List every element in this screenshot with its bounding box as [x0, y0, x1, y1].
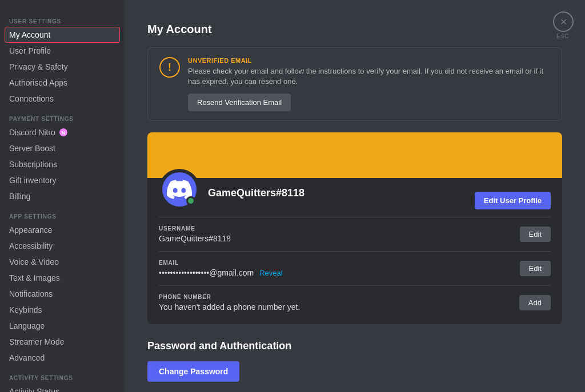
sidebar-item-subscriptions[interactable]: Subscriptions: [5, 156, 120, 172]
payment-settings-label: PAYMENT SETTINGS: [5, 107, 120, 124]
sidebar-item-label-notifications: Notifications: [9, 289, 53, 298]
sidebar-item-label-text-images: Text & Images: [9, 273, 60, 282]
sidebar-item-label-keybinds: Keybinds: [9, 305, 42, 314]
password-auth-section: Password and Authentication Change Passw…: [147, 340, 562, 392]
phone-label: PHONE NUMBER: [159, 294, 300, 300]
unverified-email-banner: ! UNVERIFIED EMAIL Please check your ema…: [147, 47, 562, 121]
online-indicator: [186, 196, 195, 205]
username-value: GameQuitters#8118: [159, 234, 231, 243]
sidebar-item-label-my-account: My Account: [9, 30, 50, 39]
sidebar-item-authorised-apps[interactable]: Authorised Apps: [5, 75, 120, 91]
profile-banner: [147, 132, 562, 178]
sidebar-item-gift-inventory[interactable]: Gift inventory: [5, 172, 120, 188]
sidebar-item-label-accessibility: Accessibility: [9, 241, 53, 250]
phone-field-row: PHONE NUMBER You haven't added a phone n…: [159, 285, 551, 320]
sidebar-item-connections[interactable]: Connections: [5, 91, 120, 107]
sidebar-item-label-connections: Connections: [9, 94, 54, 103]
unverified-badge: UNVERIFIED EMAIL: [188, 57, 550, 64]
profile-header: GameQuitters#8118 Edit User Profile: [159, 187, 551, 210]
sidebar-item-label-billing: Billing: [9, 192, 30, 201]
sidebar-item-privacy-safety[interactable]: Privacy & Safety: [5, 59, 120, 75]
close-button[interactable]: ✕: [553, 11, 574, 32]
username-edit-button[interactable]: Edit: [520, 227, 551, 242]
email-field: EMAIL ••••••••••••••••••@gmail.com Revea…: [159, 260, 283, 277]
password-section-title: Password and Authentication: [147, 340, 562, 352]
unverified-text: UNVERIFIED EMAIL Please check your email…: [188, 57, 550, 111]
email-reveal-link[interactable]: Reveal: [259, 269, 282, 277]
close-icon: ✕: [560, 17, 567, 27]
email-edit-button[interactable]: Edit: [520, 261, 551, 276]
sidebar-item-notifications[interactable]: Notifications: [5, 286, 120, 302]
sidebar-item-server-boost[interactable]: Server Boost: [5, 140, 120, 156]
email-value: ••••••••••••••••••@gmail.com Reveal: [159, 268, 283, 277]
username-field-row: USERNAME GameQuitters#8118 Edit: [159, 217, 551, 251]
esc-label: ESC: [556, 33, 569, 39]
profile-card: GameQuitters#8118 Edit User Profile USER…: [147, 132, 562, 324]
sidebar-item-language[interactable]: Language: [5, 318, 120, 334]
page-title: My Account: [147, 23, 562, 36]
sidebar-item-activity-status[interactable]: Activity Status: [5, 383, 120, 392]
sidebar-item-label-appearance: Appearance: [9, 225, 53, 235]
sidebar-item-keybinds[interactable]: Keybinds: [5, 302, 120, 318]
username-label: USERNAME: [159, 225, 231, 232]
sidebar-item-label-authorised-apps: Authorised Apps: [9, 78, 67, 87]
sidebar-item-label-voice-video: Voice & Video: [9, 257, 59, 266]
sidebar-item-discord-nitro[interactable]: Discord NitroN: [5, 124, 120, 140]
edit-user-profile-button[interactable]: Edit User Profile: [475, 192, 551, 209]
sidebar-item-appearance[interactable]: Appearance: [5, 222, 120, 238]
phone-add-button[interactable]: Add: [519, 295, 551, 310]
warning-icon: !: [159, 57, 180, 78]
sidebar-item-label-user-profile: User Profile: [9, 46, 51, 55]
sidebar-item-label-subscriptions: Subscriptions: [9, 160, 57, 169]
resend-verification-button[interactable]: Resend Verification Email: [188, 94, 291, 111]
activity-settings-label: ACTIVITY SETTINGS: [5, 366, 120, 383]
sidebar-item-label-server-boost: Server Boost: [9, 144, 55, 153]
phone-value: You haven't added a phone number yet.: [159, 302, 300, 312]
email-masked: ••••••••••••••••••@gmail.com: [159, 268, 254, 277]
user-settings-label: USER SETTINGS: [5, 9, 120, 27]
email-field-row: EMAIL ••••••••••••••••••@gmail.com Revea…: [159, 251, 551, 285]
profile-body: GameQuitters#8118 Edit User Profile USER…: [147, 178, 562, 324]
nitro-badge-icon: N: [59, 128, 68, 137]
unverified-description: Please check your email and follow the i…: [188, 66, 550, 87]
change-password-button[interactable]: Change Password: [147, 361, 239, 382]
sidebar-item-user-profile[interactable]: User Profile: [5, 43, 120, 59]
app-settings-label: APP SETTINGS: [5, 204, 120, 222]
sidebar-item-billing[interactable]: Billing: [5, 188, 120, 204]
phone-field: PHONE NUMBER You haven't added a phone n…: [159, 294, 300, 312]
main-content: My Account ✕ ESC ! UNVERIFIED EMAIL Plea…: [125, 0, 585, 392]
sidebar-item-streamer-mode[interactable]: Streamer Mode: [5, 334, 120, 350]
email-label: EMAIL: [159, 260, 283, 266]
sidebar-item-my-account[interactable]: My Account: [5, 27, 120, 43]
sidebar-item-label-activity-status: Activity Status: [9, 387, 59, 392]
sidebar-item-advanced[interactable]: Advanced: [5, 350, 120, 366]
sidebar-item-label-streamer-mode: Streamer Mode: [9, 337, 64, 346]
sidebar-item-text-images[interactable]: Text & Images: [5, 270, 120, 286]
sidebar: USER SETTINGS My AccountUser ProfilePriv…: [0, 0, 125, 392]
username-field: USERNAME GameQuitters#8118: [159, 225, 231, 243]
sidebar-item-label-gift-inventory: Gift inventory: [9, 176, 56, 185]
sidebar-item-accessibility[interactable]: Accessibility: [5, 238, 120, 254]
profile-username: GameQuitters#8118: [208, 187, 304, 199]
svg-text:N: N: [62, 130, 66, 136]
sidebar-item-label-language: Language: [9, 321, 45, 330]
sidebar-item-voice-video[interactable]: Voice & Video: [5, 254, 120, 270]
sidebar-item-label-advanced: Advanced: [9, 353, 45, 362]
sidebar-item-label-privacy-safety: Privacy & Safety: [9, 62, 68, 71]
avatar: [159, 169, 200, 210]
sidebar-item-label-discord-nitro: Discord Nitro: [9, 128, 55, 137]
